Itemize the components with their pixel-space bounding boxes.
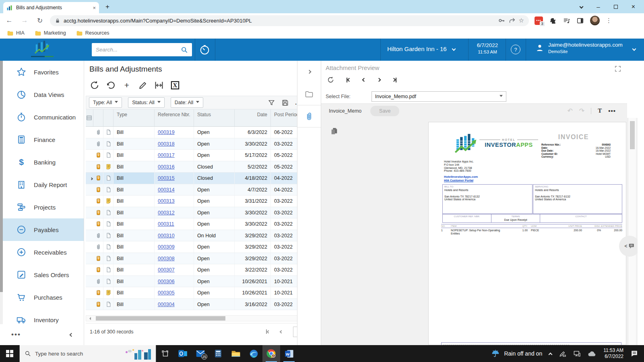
global-search-input[interactable] bbox=[96, 47, 181, 53]
start-button[interactable] bbox=[0, 345, 19, 362]
recent-clock-icon[interactable] bbox=[199, 44, 210, 55]
user-menu[interactable]: Jaime@hotelinvestorapps.com DemoSite bbox=[535, 42, 623, 54]
sidebar-item-finance[interactable]: Finance bbox=[0, 128, 84, 151]
note-icon[interactable] bbox=[103, 287, 114, 298]
save-view-icon[interactable] bbox=[281, 99, 289, 107]
sidebar-item-communication[interactable]: Communication bbox=[0, 106, 84, 128]
fit-width-button[interactable] bbox=[154, 80, 164, 90]
calculator-app-icon[interactable] bbox=[209, 345, 227, 362]
onedrive-tray-icon[interactable] bbox=[588, 351, 597, 357]
reference-link[interactable]: 000318 bbox=[158, 141, 175, 147]
media-list-icon[interactable] bbox=[563, 17, 570, 25]
tab-close-icon[interactable]: × bbox=[93, 5, 96, 11]
taskbar-search[interactable] bbox=[19, 345, 156, 362]
reference-link[interactable]: 000312 bbox=[158, 210, 175, 216]
pdf-scrollbar[interactable] bbox=[628, 118, 636, 345]
prev-attachment-button[interactable] bbox=[363, 78, 365, 81]
reference-link[interactable]: 000309 bbox=[158, 244, 175, 250]
document-icon[interactable] bbox=[103, 207, 114, 218]
refresh-button[interactable] bbox=[89, 80, 100, 90]
new-tab-button[interactable]: + bbox=[105, 3, 109, 10]
document-icon[interactable] bbox=[103, 138, 114, 150]
sidebar-more-button[interactable]: ••• bbox=[11, 331, 21, 339]
more-tools-icon[interactable]: ••• bbox=[608, 107, 616, 114]
invoice-link-portal[interactable]: HIA Customer Portal bbox=[444, 179, 478, 183]
pages-icon[interactable] bbox=[330, 127, 338, 136]
sidebar-item-banking[interactable]: $Banking bbox=[0, 151, 84, 173]
filter-button-date-all[interactable]: Date: All bbox=[171, 97, 204, 108]
network-tray-icon[interactable] bbox=[573, 350, 581, 358]
company-selector[interactable]: Hilton Garden Inn - 16 bbox=[387, 45, 455, 52]
note-icon[interactable] bbox=[103, 161, 114, 173]
export-excel-button[interactable]: X bbox=[170, 80, 180, 90]
weather-widget[interactable]: Rain off and on bbox=[491, 349, 542, 358]
undo-icon[interactable]: ↶ bbox=[567, 107, 572, 115]
reference-link[interactable]: 000313 bbox=[158, 198, 175, 204]
pen-tray-icon[interactable] bbox=[559, 350, 566, 358]
sidebar-collapse-icon[interactable] bbox=[70, 333, 74, 337]
side-panel-icon[interactable] bbox=[576, 17, 584, 25]
tab-files[interactable] bbox=[297, 83, 321, 105]
chrome-app-icon[interactable] bbox=[262, 345, 280, 362]
user-menu-chevron-icon[interactable] bbox=[632, 47, 636, 51]
window-menu-chevron-icon[interactable] bbox=[580, 5, 584, 9]
document-icon[interactable] bbox=[103, 218, 114, 230]
app-logo[interactable] bbox=[25, 40, 60, 59]
outlook-app-icon[interactable] bbox=[174, 345, 192, 362]
back-button[interactable]: ← bbox=[3, 16, 15, 25]
browser-tab[interactable]: Bills and Adjustments × bbox=[3, 2, 99, 13]
extension-red-icon[interactable]: •••3 bbox=[535, 16, 543, 25]
row-settings-icon[interactable] bbox=[86, 109, 93, 126]
window-minimize-button[interactable]: – bbox=[597, 3, 600, 10]
browser-profile-avatar[interactable] bbox=[590, 16, 600, 25]
reload-button[interactable]: ↻ bbox=[34, 16, 46, 25]
document-icon[interactable] bbox=[103, 127, 114, 138]
note-icon[interactable] bbox=[103, 195, 114, 207]
action-center-icon[interactable] bbox=[630, 350, 638, 358]
document-icon[interactable] bbox=[103, 276, 114, 287]
side-panel-collapse[interactable] bbox=[297, 61, 321, 82]
filter-funnel-icon[interactable] bbox=[268, 99, 275, 107]
share-icon[interactable] bbox=[508, 17, 516, 24]
bookmark-star-icon[interactable]: ☆ bbox=[519, 17, 524, 24]
reference-link[interactable]: 000306 bbox=[158, 279, 175, 284]
reference-link[interactable]: 000304 bbox=[158, 302, 175, 307]
reference-link[interactable]: 000311 bbox=[158, 221, 174, 227]
bookmark-marketing[interactable]: Marketing bbox=[35, 30, 66, 36]
reference-link[interactable]: 000307 bbox=[158, 267, 175, 273]
document-icon[interactable] bbox=[103, 184, 114, 195]
hidden-icons-chevron[interactable] bbox=[549, 352, 553, 356]
bookmark-resources[interactable]: Resources bbox=[76, 30, 109, 36]
global-search[interactable] bbox=[92, 43, 192, 56]
window-maximize-button[interactable] bbox=[614, 5, 618, 9]
undo-button[interactable] bbox=[105, 80, 116, 90]
sidebar-item-receivables[interactable]: Receivables bbox=[0, 241, 84, 263]
last-attachment-button[interactable] bbox=[392, 78, 396, 82]
chat-fab-button[interactable]: < bbox=[619, 236, 640, 257]
extensions-puzzle-icon[interactable] bbox=[549, 17, 557, 25]
document-icon[interactable] bbox=[103, 241, 114, 253]
document-icon[interactable] bbox=[103, 264, 114, 276]
word-app-icon[interactable]: W bbox=[280, 345, 298, 362]
edge-app-icon[interactable] bbox=[245, 345, 262, 362]
bookmark-hia[interactable]: HIA bbox=[7, 30, 25, 36]
save-button[interactable]: Save bbox=[370, 106, 399, 116]
filter-button-status-all[interactable]: Status: All bbox=[128, 97, 165, 108]
browser-menu-icon[interactable]: ⋮ bbox=[606, 17, 612, 24]
address-bar[interactable]: acctg.hotelinvestorapps.com/Main?Company… bbox=[50, 15, 529, 26]
reference-link[interactable]: 000314 bbox=[158, 187, 175, 193]
scrollbar-thumb[interactable] bbox=[96, 316, 225, 321]
first-page-button[interactable] bbox=[266, 329, 270, 334]
forward-button[interactable]: → bbox=[19, 16, 31, 25]
document-icon[interactable] bbox=[103, 299, 114, 310]
task-view-button[interactable] bbox=[156, 345, 174, 362]
window-close-button[interactable]: × bbox=[632, 3, 635, 10]
sidebar-item-purchases[interactable]: Purchases bbox=[0, 286, 84, 309]
prev-page-button[interactable] bbox=[280, 331, 283, 333]
business-date[interactable]: 6/7/2022 11:53 AM bbox=[470, 42, 505, 54]
file-explorer-icon[interactable] bbox=[227, 345, 245, 362]
document-icon[interactable] bbox=[103, 150, 114, 161]
tab-attachments[interactable] bbox=[297, 105, 321, 127]
help-button[interactable]: ? bbox=[511, 45, 520, 54]
next-attachment-button[interactable] bbox=[378, 78, 380, 81]
